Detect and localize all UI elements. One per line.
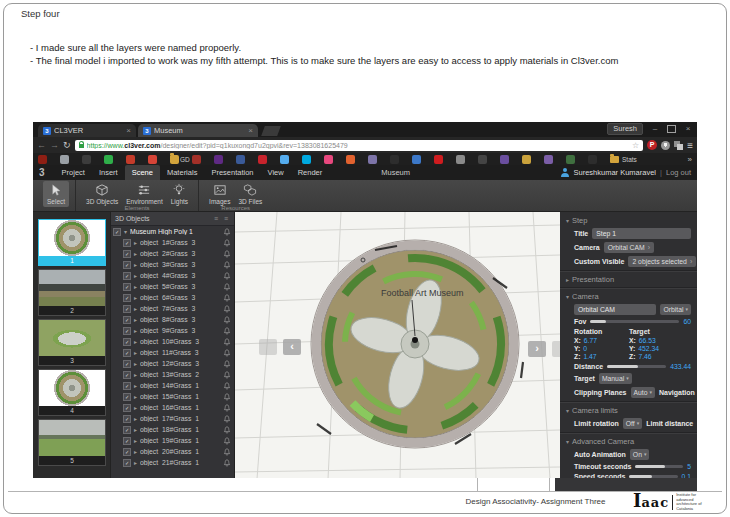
auto-animation-select[interactable]: On▾ [630, 449, 650, 460]
next-slide-button[interactable]: › [528, 341, 546, 357]
visibility-checkbox[interactable]: ✓ [123, 250, 131, 258]
bookmark-icon[interactable] [302, 155, 311, 164]
bookmark-icon[interactable] [148, 155, 157, 164]
bookmark-icon[interactable] [456, 155, 465, 164]
bookmark-icon[interactable] [214, 155, 223, 164]
tree-item-row[interactable]: ✓ ▸ object_13#Grass_2 [111, 369, 234, 380]
camera-name-input[interactable]: Orbital CAM [574, 304, 656, 315]
bookmark-icon[interactable] [588, 155, 597, 164]
camera-mode-select[interactable]: Orbital▾ [660, 304, 691, 315]
rotation-x[interactable]: 6.77 [584, 337, 597, 344]
step-title-input[interactable]: Step 1 [592, 228, 691, 239]
url-field[interactable]: https://www.cl3ver.com/designer/edit?pid… [75, 140, 644, 151]
bookmark-icon[interactable] [434, 155, 443, 164]
rotation-z[interactable]: 1.47 [583, 353, 596, 360]
bookmark-icon[interactable] [280, 155, 289, 164]
bookmark-star-icon[interactable]: ☆ [632, 141, 639, 150]
environment-button[interactable]: Environment [122, 181, 167, 207]
bell-icon[interactable] [223, 305, 231, 313]
menu-item[interactable]: Render [291, 165, 330, 180]
expand-icon[interactable]: ▸ [134, 250, 137, 257]
browser-menu-icon[interactable]: ≡ [687, 140, 693, 151]
bell-icon[interactable] [223, 239, 231, 247]
user-name[interactable]: Sureshkumar Kumaravel [573, 168, 656, 177]
visibility-checkbox[interactable]: ✓ [123, 448, 131, 456]
bookmark-icon[interactable] [500, 155, 509, 164]
slide-thumbnail[interactable]: 1 [38, 219, 106, 266]
visibility-checkbox[interactable]: ✓ [123, 404, 131, 412]
visibility-checkbox[interactable]: ✓ [123, 283, 131, 291]
tree-item-row[interactable]: ✓ ▸ object_3#Grass_3 [111, 259, 234, 270]
bell-icon[interactable] [223, 261, 231, 269]
slide-thumbnail[interactable]: 3 [38, 319, 106, 366]
bookmark-icon[interactable] [60, 155, 69, 164]
tab-close-icon[interactable]: × [126, 127, 131, 135]
visibility-checkbox[interactable]: ✓ [123, 415, 131, 423]
expand-icon[interactable]: ▸ [134, 448, 137, 455]
browser-tab[interactable]: 3 Museum × [138, 124, 258, 137]
section-camera-limits[interactable]: ▾Camera limits [566, 405, 691, 416]
bookmark-icon[interactable] [82, 155, 91, 164]
section-step[interactable]: ▾Step [566, 215, 691, 226]
menu-item[interactable]: Materials [160, 165, 204, 180]
tree-view-icons[interactable]: ≡ ≡ [214, 215, 230, 222]
target-y[interactable]: 452.34 [638, 345, 659, 352]
back-icon[interactable]: ← [37, 139, 46, 151]
visibility-checkbox[interactable]: ✓ [123, 261, 131, 269]
visibility-checkbox[interactable]: ✓ [123, 437, 131, 445]
bookmark-icon[interactable] [390, 155, 399, 164]
expand-icon[interactable]: ▸ [134, 371, 137, 378]
menu-item[interactable]: Project [55, 165, 92, 180]
bell-icon[interactable] [223, 360, 231, 368]
tree-item-row[interactable]: ✓ ▸ object_4#Grass_3 [111, 270, 234, 281]
expand-icon[interactable]: ▸ [134, 459, 137, 466]
select-tool-button[interactable]: Select [43, 181, 69, 207]
bell-icon[interactable] [223, 338, 231, 346]
bookmark-icon[interactable] [368, 155, 377, 164]
custom-visible-button[interactable]: 2 objects selected› [628, 256, 696, 267]
visibility-checkbox[interactable]: ✓ [123, 459, 131, 467]
tree-item-row[interactable]: ✓ ▸ object_15#Grass_1 [111, 391, 234, 402]
3d-objects-button[interactable]: 3D Objects [82, 181, 122, 207]
reload-icon[interactable]: ↻ [63, 139, 71, 151]
tree-item-row[interactable]: ✓ ▸ object_14#Grass_1 [111, 380, 234, 391]
target-mode-select[interactable]: Manual▾ [599, 373, 632, 384]
menu-item[interactable]: Presentation [204, 165, 260, 180]
clipping-planes-select[interactable]: Auto▾ [631, 387, 656, 398]
lights-button[interactable]: Lights [167, 181, 192, 207]
bookmark-icon[interactable]: GD [170, 155, 179, 164]
tree-item-row[interactable]: ✓ ▸ object_9#Grass_3 [111, 325, 234, 336]
forward-icon[interactable]: → [50, 139, 59, 151]
bell-icon[interactable] [223, 448, 231, 456]
expand-icon[interactable]: ▸ [134, 239, 137, 246]
slide-thumbnail[interactable]: 2 [38, 269, 106, 316]
expand-icon[interactable]: ▸ [134, 404, 137, 411]
bell-icon[interactable] [223, 393, 231, 401]
tree-item-row[interactable]: ✓ ▸ object_17#Grass_1 [111, 413, 234, 424]
visibility-checkbox[interactable]: ✓ [123, 294, 131, 302]
visibility-checkbox[interactable]: ✓ [123, 371, 131, 379]
bookmark-icon[interactable] [346, 155, 355, 164]
restore-icon[interactable] [667, 125, 676, 133]
visibility-checkbox[interactable]: ✓ [123, 338, 131, 346]
minimize-icon[interactable]: – [649, 124, 661, 134]
bell-icon[interactable] [223, 283, 231, 291]
images-button[interactable]: Images [205, 181, 234, 207]
bookmarks-overflow-icon[interactable]: » [688, 155, 692, 164]
bell-icon[interactable] [223, 272, 231, 280]
visibility-checkbox[interactable]: ✓ [123, 393, 131, 401]
tree-item-row[interactable]: ✓ ▸ object_7#Grass_3 [111, 303, 234, 314]
visibility-checkbox[interactable]: ✓ [123, 382, 131, 390]
visibility-checkbox[interactable]: ✓ [123, 327, 131, 335]
visibility-checkbox[interactable]: ✓ [123, 426, 131, 434]
bell-icon[interactable] [223, 382, 231, 390]
target-x[interactable]: 66.53 [639, 337, 656, 344]
tree-item-row[interactable]: ✓ ▸ object_20#Grass_1 [111, 446, 234, 457]
bell-icon[interactable] [223, 371, 231, 379]
stack-extension-icon[interactable] [674, 141, 683, 150]
expand-icon[interactable]: ▸ [134, 316, 137, 323]
3d-files-button[interactable]: 3D Files [234, 181, 266, 207]
bookmark-icon[interactable] [236, 155, 245, 164]
bell-icon[interactable] [223, 437, 231, 445]
bookmark-icon[interactable] [566, 155, 575, 164]
